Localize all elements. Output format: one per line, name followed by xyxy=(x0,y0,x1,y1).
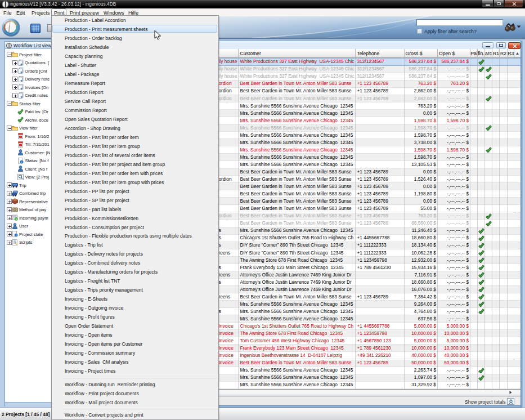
svg-text:i: i xyxy=(21,160,22,163)
svg-text:i: i xyxy=(16,234,16,237)
